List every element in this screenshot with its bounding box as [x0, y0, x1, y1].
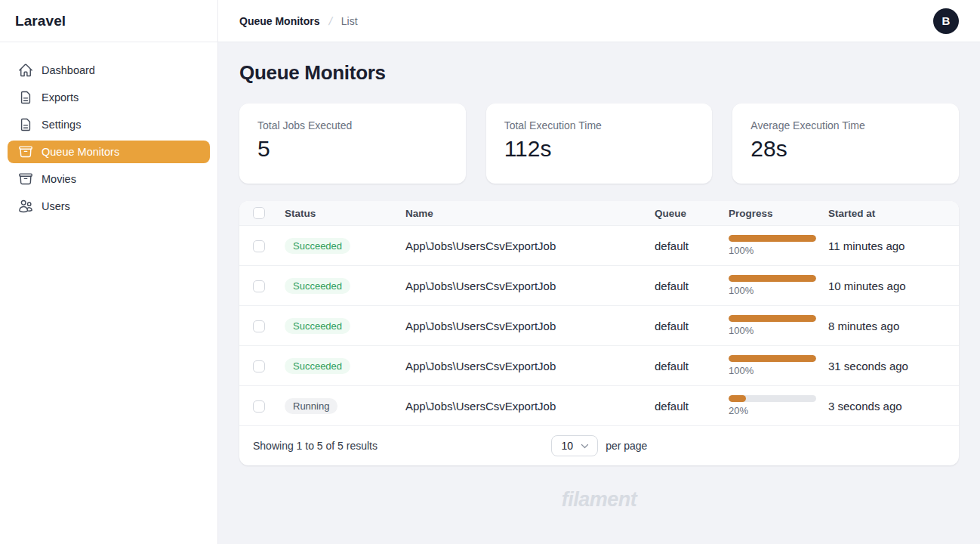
column-header-started-at[interactable]: Started at — [819, 201, 959, 226]
column-header-queue[interactable]: Queue — [646, 201, 720, 226]
main-area: Queue Monitors / List B Queue Monitors T… — [218, 0, 980, 544]
status-badge: Succeeded — [285, 278, 350, 294]
progress-bar-fill — [729, 315, 816, 322]
stat-card-average-execution-time: Average Execution Time 28s — [732, 104, 959, 184]
row-checkbox[interactable] — [253, 400, 265, 413]
started-at: 8 minutes ago — [819, 306, 959, 346]
archive-box-icon — [18, 144, 33, 159]
archive-box-icon — [18, 172, 33, 187]
stats-overview: Total Jobs Executed 5 Total Execution Ti… — [239, 104, 959, 184]
breadcrumb: Queue Monitors / List — [239, 14, 358, 27]
stat-label: Average Execution Time — [750, 119, 941, 131]
sidebar-item-dashboard[interactable]: Dashboard — [8, 59, 210, 82]
queue-name: default — [646, 346, 720, 386]
table-header-row: Status Name Queue Progress Started at — [239, 201, 959, 226]
sidebar-item-exports[interactable]: Exports — [8, 86, 210, 109]
stat-card-total-execution-time: Total Execution Time 112s — [486, 104, 713, 184]
queue-name: default — [646, 386, 720, 426]
progress-label: 100% — [729, 245, 816, 256]
table-row[interactable]: Succeeded App\Jobs\UsersCsvExportJob def… — [239, 306, 959, 346]
breadcrumb-root[interactable]: Queue Monitors — [239, 15, 320, 27]
progress-label: 100% — [729, 285, 816, 296]
progress-cell: 100% — [729, 235, 816, 256]
results-summary: Showing 1 to 5 of 5 results — [253, 440, 551, 452]
sidebar: Laravel Dashboard Exports Settings — [0, 0, 218, 544]
table-row[interactable]: Running App\Jobs\UsersCsvExportJob defau… — [239, 386, 959, 426]
sidebar-item-label: Movies — [42, 173, 76, 185]
job-name: App\Jobs\UsersCsvExportJob — [396, 266, 646, 306]
progress-cell: 100% — [729, 275, 816, 296]
app-window: Laravel Dashboard Exports Settings — [0, 0, 980, 544]
topbar: Queue Monitors / List B — [218, 0, 980, 42]
job-name: App\Jobs\UsersCsvExportJob — [396, 226, 646, 266]
table-pagination: Showing 1 to 5 of 5 results 10 per page — [239, 426, 959, 465]
status-badge: Succeeded — [285, 318, 350, 334]
job-name: App\Jobs\UsersCsvExportJob — [396, 386, 646, 426]
document-icon — [18, 117, 33, 132]
column-header-name[interactable]: Name — [396, 201, 646, 226]
progress-label: 100% — [729, 325, 816, 336]
column-header-status[interactable]: Status — [276, 201, 396, 226]
progress-label: 100% — [729, 365, 816, 376]
progress-bar-fill — [729, 395, 746, 402]
row-checkbox[interactable] — [253, 280, 265, 292]
queue-name: default — [646, 266, 720, 306]
sidebar-item-label: Exports — [42, 91, 79, 104]
queue-name: default — [646, 306, 720, 346]
row-checkbox[interactable] — [253, 320, 265, 332]
status-badge: Running — [285, 398, 337, 414]
started-at: 31 seconds ago — [819, 346, 959, 386]
per-page-group: 10 per page — [551, 435, 648, 456]
progress-cell: 100% — [729, 355, 816, 376]
progress-bar-fill — [729, 355, 816, 362]
sidebar-item-movies[interactable]: Movies — [8, 168, 210, 190]
progress-bar — [729, 315, 816, 322]
table-row[interactable]: Succeeded App\Jobs\UsersCsvExportJob def… — [239, 266, 959, 306]
filament-watermark: filament — [239, 488, 959, 512]
sidebar-item-label: Users — [42, 200, 70, 212]
brand-logo[interactable]: Laravel — [0, 0, 217, 42]
per-page-label: per page — [606, 440, 647, 452]
progress-bar — [729, 395, 816, 402]
per-page-value: 10 — [562, 440, 574, 452]
home-icon — [18, 63, 33, 78]
sidebar-item-queue-monitors[interactable]: Queue Monitors — [8, 141, 210, 163]
page-content: Queue Monitors Total Jobs Executed 5 Tot… — [218, 42, 980, 544]
sidebar-item-users[interactable]: Users — [8, 195, 210, 218]
started-at: 3 seconds ago — [819, 386, 959, 426]
sidebar-item-label: Queue Monitors — [42, 146, 119, 158]
progress-bar — [729, 355, 816, 362]
progress-cell: 100% — [729, 315, 816, 336]
started-at: 11 minutes ago — [819, 226, 959, 266]
document-icon — [18, 90, 33, 105]
stat-label: Total Execution Time — [504, 119, 695, 131]
queue-name: default — [646, 226, 720, 266]
breadcrumb-separator: / — [328, 14, 334, 27]
progress-label: 20% — [729, 405, 816, 416]
stat-value: 28s — [750, 136, 941, 162]
per-page-select[interactable]: 10 — [551, 435, 599, 456]
table-row[interactable]: Succeeded App\Jobs\UsersCsvExportJob def… — [239, 346, 959, 386]
stat-value: 112s — [504, 136, 695, 162]
sidebar-item-settings[interactable]: Settings — [8, 113, 210, 136]
row-checkbox[interactable] — [253, 240, 265, 252]
stat-label: Total Jobs Executed — [257, 119, 448, 131]
progress-bar-fill — [729, 275, 816, 282]
stat-value: 5 — [257, 136, 448, 162]
table-row[interactable]: Succeeded App\Jobs\UsersCsvExportJob def… — [239, 226, 959, 266]
queue-monitors-table: Status Name Queue Progress Started at Su… — [239, 201, 959, 465]
user-avatar[interactable]: B — [933, 8, 959, 34]
page-title: Queue Monitors — [239, 61, 959, 85]
select-all-checkbox[interactable] — [253, 207, 265, 219]
row-checkbox[interactable] — [253, 360, 265, 372]
progress-cell: 20% — [729, 395, 816, 416]
sidebar-nav: Dashboard Exports Settings Queue Monitor… — [0, 42, 217, 239]
status-badge: Succeeded — [285, 358, 350, 374]
stat-card-total-jobs: Total Jobs Executed 5 — [239, 104, 466, 184]
sidebar-item-label: Settings — [42, 119, 81, 131]
progress-bar — [729, 235, 816, 242]
chevron-down-icon — [580, 441, 590, 451]
breadcrumb-leaf: List — [341, 15, 358, 27]
progress-bar-fill — [729, 235, 816, 242]
sidebar-item-label: Dashboard — [42, 64, 95, 76]
